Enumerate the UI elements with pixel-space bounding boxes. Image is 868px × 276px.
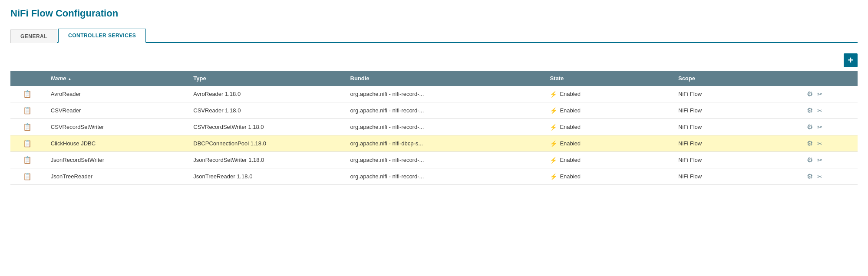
state-label: Enabled xyxy=(560,140,581,147)
row-icon-cell: 📋 xyxy=(10,135,45,152)
state-label: Enabled xyxy=(560,157,581,163)
row-scope: NiFi Flow xyxy=(672,102,801,119)
row-type: CSVReader 1.18.0 xyxy=(187,102,344,119)
row-bundle: org.apache.nifi - nifi-record-... xyxy=(344,102,544,119)
col-header-actions xyxy=(801,71,858,86)
col-header-type: Type xyxy=(187,71,344,86)
row-bundle: org.apache.nifi - nifi-record-... xyxy=(344,86,544,102)
disable-icon[interactable] xyxy=(817,156,822,164)
service-icon: 📋 xyxy=(23,139,32,148)
tabs-row: GENERAL CONTROLLER SERVICES xyxy=(10,28,858,43)
row-state: ⚡ Enabled xyxy=(544,86,672,102)
disable-icon[interactable] xyxy=(817,90,822,98)
table-header-row: Name Type Bundle State Scope xyxy=(10,71,858,86)
configure-icon[interactable] xyxy=(807,123,813,131)
row-actions xyxy=(801,152,858,168)
add-service-button[interactable]: + xyxy=(844,53,858,67)
row-type: AvroReader 1.18.0 xyxy=(187,86,344,102)
configure-icon[interactable] xyxy=(807,90,813,98)
disable-icon[interactable] xyxy=(817,123,822,131)
col-header-scope: Scope xyxy=(672,71,801,86)
table-row: 📋 JsonTreeReader JsonTreeReader 1.18.0 o… xyxy=(10,168,858,185)
page-title: NiFi Flow Configuration xyxy=(10,8,858,19)
table-row: 📋 CSVReader CSVReader 1.18.0 org.apache.… xyxy=(10,102,858,119)
enabled-icon: ⚡ xyxy=(550,91,557,98)
enabled-icon: ⚡ xyxy=(550,173,557,180)
row-icon-cell: 📋 xyxy=(10,152,45,168)
services-table: Name Type Bundle State Scope 📋 AvroReade… xyxy=(10,71,858,185)
enabled-icon: ⚡ xyxy=(550,124,557,131)
row-actions xyxy=(801,102,858,119)
row-state: ⚡ Enabled xyxy=(544,135,672,152)
row-state: ⚡ Enabled xyxy=(544,102,672,119)
configure-icon[interactable] xyxy=(807,156,813,164)
row-bundle: org.apache.nifi - nifi-dbcp-s... xyxy=(344,135,544,152)
row-scope: NiFi Flow xyxy=(672,152,801,168)
toolbar-row: + xyxy=(10,53,858,67)
sort-name-icon xyxy=(68,75,72,82)
row-state: ⚡ Enabled xyxy=(544,152,672,168)
row-bundle: org.apache.nifi - nifi-record-... xyxy=(344,152,544,168)
row-name: ClickHouse JDBC xyxy=(45,135,187,152)
state-label: Enabled xyxy=(560,173,581,180)
disable-icon[interactable] xyxy=(817,107,822,115)
row-name: CSVReader xyxy=(45,102,187,119)
service-icon: 📋 xyxy=(23,90,32,98)
state-label: Enabled xyxy=(560,107,581,114)
tab-controller-services[interactable]: CONTROLLER SERVICES xyxy=(58,29,146,43)
disable-icon[interactable] xyxy=(817,140,822,148)
row-scope: NiFi Flow xyxy=(672,119,801,135)
service-icon: 📋 xyxy=(23,156,32,164)
table-row: 📋 AvroReader AvroReader 1.18.0 org.apach… xyxy=(10,86,858,102)
row-scope: NiFi Flow xyxy=(672,168,801,185)
row-scope: NiFi Flow xyxy=(672,135,801,152)
row-name: CSVRecordSetWriter xyxy=(45,119,187,135)
row-actions xyxy=(801,119,858,135)
row-bundle: org.apache.nifi - nifi-record-... xyxy=(344,168,544,185)
table-row: 📋 CSVRecordSetWriter CSVRecordSetWriter … xyxy=(10,119,858,135)
table-row: 📋 ClickHouse JDBC DBCPConnectionPool 1.1… xyxy=(10,135,858,152)
col-header-name[interactable]: Name xyxy=(45,71,187,86)
row-actions xyxy=(801,86,858,102)
row-name: JsonRecordSetWriter xyxy=(45,152,187,168)
row-type: JsonTreeReader 1.18.0 xyxy=(187,168,344,185)
row-actions xyxy=(801,168,858,185)
service-icon: 📋 xyxy=(23,123,32,131)
configure-icon[interactable] xyxy=(807,139,813,148)
row-name: AvroReader xyxy=(45,86,187,102)
row-icon-cell: 📋 xyxy=(10,168,45,185)
row-state: ⚡ Enabled xyxy=(544,119,672,135)
row-name: JsonTreeReader xyxy=(45,168,187,185)
enabled-icon: ⚡ xyxy=(550,140,557,147)
disable-icon[interactable] xyxy=(817,173,822,181)
enabled-icon: ⚡ xyxy=(550,157,557,164)
row-bundle: org.apache.nifi - nifi-record-... xyxy=(344,119,544,135)
row-scope: NiFi Flow xyxy=(672,86,801,102)
service-icon: 📋 xyxy=(23,172,32,181)
row-type: DBCPConnectionPool 1.18.0 xyxy=(187,135,344,152)
state-label: Enabled xyxy=(560,91,581,97)
table-row: 📋 JsonRecordSetWriter JsonRecordSetWrite… xyxy=(10,152,858,168)
configure-icon[interactable] xyxy=(807,106,813,115)
row-type: JsonRecordSetWriter 1.18.0 xyxy=(187,152,344,168)
col-header-icon xyxy=(10,71,45,86)
row-icon-cell: 📋 xyxy=(10,119,45,135)
page-container: NiFi Flow Configuration GENERAL CONTROLL… xyxy=(0,0,868,193)
col-header-bundle: Bundle xyxy=(344,71,544,86)
col-header-state: State xyxy=(544,71,672,86)
service-icon: 📋 xyxy=(23,106,32,115)
row-state: ⚡ Enabled xyxy=(544,168,672,185)
row-type: CSVRecordSetWriter 1.18.0 xyxy=(187,119,344,135)
configure-icon[interactable] xyxy=(807,172,813,181)
enabled-icon: ⚡ xyxy=(550,107,557,114)
row-icon-cell: 📋 xyxy=(10,102,45,119)
row-icon-cell: 📋 xyxy=(10,86,45,102)
row-actions xyxy=(801,135,858,152)
state-label: Enabled xyxy=(560,124,581,130)
tab-general[interactable]: GENERAL xyxy=(10,30,57,43)
